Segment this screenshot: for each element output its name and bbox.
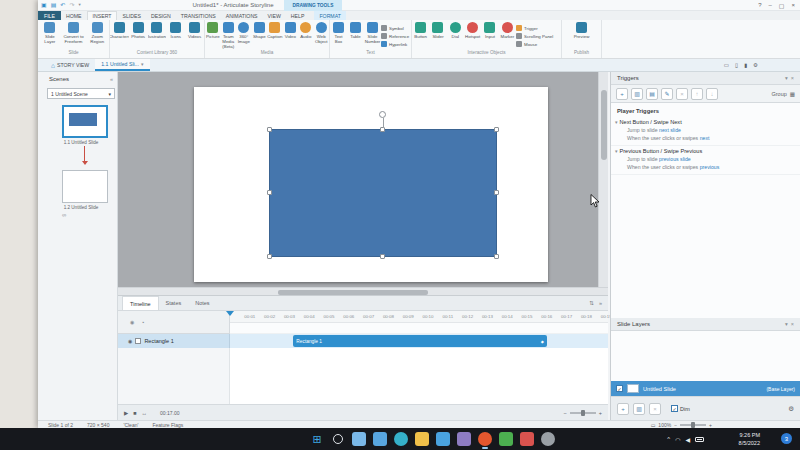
dim-option[interactable]: ✓ Dim (671, 405, 690, 412)
stop-icon[interactable]: ■ (133, 410, 136, 416)
canvas-vertical-scrollbar[interactable] (598, 72, 608, 287)
slide-thumbnail-1-1[interactable] (62, 105, 108, 138)
feature-flags[interactable]: Feature Flags (152, 422, 183, 428)
tab-home[interactable]: HOME (61, 11, 87, 20)
row-eye-icon[interactable]: ◉ (128, 338, 132, 344)
settings-icon[interactable] (541, 432, 555, 446)
slide-thumbnail-1-2[interactable] (62, 170, 108, 203)
resize-handle-s[interactable] (380, 254, 385, 259)
trigger-action-link[interactable]: previous slide (659, 156, 691, 162)
dial-button[interactable]: Dial (447, 22, 464, 39)
slide-tab-caret-icon[interactable]: ▾ (141, 61, 144, 67)
fit-icon[interactable]: ▭ (651, 422, 656, 428)
chevron-down-icon[interactable]: ▾ (615, 119, 618, 125)
row-lock-checkbox[interactable] (135, 338, 141, 344)
notification-badge[interactable]: 3 (781, 433, 792, 444)
rotate-handle[interactable] (379, 111, 386, 118)
trigger-item[interactable]: ▾ Previous Button / Swipe Previous Jump … (611, 146, 800, 175)
new-trigger-button[interactable]: + (616, 88, 628, 100)
redo-icon[interactable]: ↷ (69, 2, 74, 8)
play-icon[interactable]: ▶ (124, 410, 128, 416)
input-button[interactable]: Input (481, 22, 498, 39)
slide-number-button[interactable]: Slide Number (364, 22, 381, 44)
text-box-button[interactable]: Text Box (330, 22, 347, 44)
reference-button[interactable]: Reference (381, 33, 411, 39)
help-icon[interactable]: ? (758, 2, 761, 9)
quick-access-caret-icon[interactable]: ▾ (78, 3, 80, 8)
button-button[interactable]: Button (412, 22, 429, 39)
hidden-icons-chevron[interactable]: ^ (667, 436, 670, 442)
image-360-button[interactable]: 360° Image (236, 22, 252, 44)
icons-button[interactable]: Icons (166, 22, 185, 39)
mail-app-icon[interactable] (520, 432, 534, 446)
story-view-tab[interactable]: ⌂ STORY VIEW (45, 59, 95, 71)
zoom-slider[interactable] (680, 424, 706, 426)
slider-button[interactable]: Slider (429, 22, 446, 39)
shape-button[interactable]: Shape (252, 22, 268, 39)
panel-close-icon[interactable]: × (791, 75, 794, 81)
panel-caret-icon[interactable]: ▾ (785, 321, 788, 327)
tab-insert[interactable]: INSERT (87, 11, 118, 20)
chevron-down-icon[interactable]: ▾ (615, 148, 618, 154)
scrollbar-thumb[interactable] (278, 290, 428, 295)
slide-tab[interactable]: 1.1 Untitled Sli... ▾ (95, 59, 149, 71)
slide[interactable] (194, 87, 548, 282)
table-button[interactable]: Table (347, 22, 364, 39)
playhead[interactable] (226, 311, 234, 316)
videos-button[interactable]: Videos (185, 22, 204, 39)
characters-button[interactable]: Characters (110, 22, 129, 39)
trigger-when-link[interactable]: previous (700, 164, 720, 170)
slide-layer-button[interactable]: Slide Layer (38, 22, 62, 44)
eye-column-icon[interactable]: ◉ (130, 319, 134, 325)
tab-transitions[interactable]: TRANSITIONS (176, 11, 221, 20)
delete-trigger-button[interactable]: × (676, 88, 688, 100)
tab-states[interactable]: States (159, 296, 189, 310)
resize-handle-ne[interactable] (494, 127, 499, 132)
slide-canvas[interactable] (118, 72, 598, 287)
resize-handle-nw[interactable] (267, 127, 272, 132)
caption-button[interactable]: Caption (267, 22, 283, 39)
tab-notes[interactable]: Notes (188, 296, 216, 310)
storyline-app-icon[interactable] (478, 432, 492, 446)
timeline-zoom-slider[interactable] (570, 412, 596, 414)
timeline-ruler[interactable]: 00:0100:0200:0300:0400:0500:0600:0700:08… (230, 311, 608, 323)
team-media-button[interactable]: Team Media (Beta) (221, 22, 237, 49)
resize-handle-e[interactable] (494, 190, 499, 195)
marker-button[interactable]: Marker (499, 22, 516, 39)
search-icon[interactable] (333, 434, 343, 444)
timeline-row-label[interactable]: ◉ Rectangle 1 (118, 334, 230, 348)
new-layer-button[interactable]: + (617, 403, 629, 415)
layer-visibility-checkbox[interactable]: ✓ (616, 385, 623, 392)
audio-button[interactable]: Audio (298, 22, 314, 39)
resize-handle-w[interactable] (267, 190, 272, 195)
pan-icon[interactable]: ↔ (142, 410, 148, 416)
photos-icon[interactable] (457, 432, 471, 446)
zoom-in-icon[interactable]: + (709, 422, 712, 428)
mouse-button[interactable]: Mouse (516, 41, 561, 47)
hotspot-button[interactable]: Hotspot (464, 22, 481, 39)
trigger-when-link[interactable]: next (700, 135, 710, 141)
zoom-slider-thumb[interactable] (691, 422, 695, 428)
bar-end-diamond-icon[interactable]: ◆ (541, 339, 544, 344)
panel-close-icon[interactable]: × (791, 321, 794, 327)
resize-handle-se[interactable] (494, 254, 499, 259)
collapse-timeline-icon[interactable]: » (599, 300, 602, 306)
scene-selector[interactable]: 1 Untitled Scene ▾ (47, 88, 115, 99)
dim-checkbox[interactable]: ✓ (671, 405, 678, 412)
filter-icon[interactable]: ⇅ (589, 300, 594, 306)
wifi-icon[interactable]: ◠ (675, 436, 680, 443)
settings-gear-icon[interactable]: ⚙ (753, 62, 758, 68)
lock-column-icon[interactable]: ▪ (142, 319, 144, 325)
tab-slides[interactable]: SLIDES (117, 11, 145, 20)
photos-button[interactable]: Photos (129, 22, 148, 39)
delete-layer-button[interactable]: × (649, 403, 661, 415)
scrollbar-thumb[interactable] (601, 90, 607, 160)
edge-icon[interactable] (394, 432, 408, 446)
web-object-button[interactable]: Web Object (314, 22, 330, 44)
resize-handle-sw[interactable] (267, 254, 272, 259)
zoom-in-icon[interactable]: + (599, 410, 602, 416)
tablet-icon[interactable]: ▯ (735, 62, 738, 68)
save-icon[interactable]: ▤ (51, 2, 57, 8)
hyperlink-button[interactable]: Hyperlink (381, 41, 411, 47)
maximize-button[interactable]: ▢ (779, 2, 785, 9)
